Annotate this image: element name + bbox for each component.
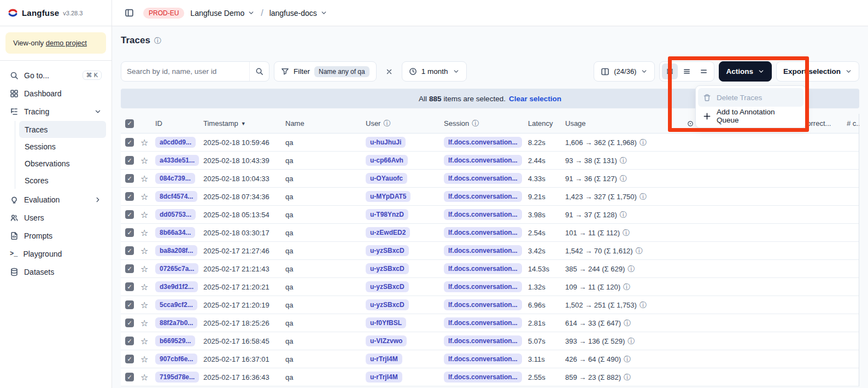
row-checkbox[interactable]: ✓ [125,246,134,255]
session-pill[interactable]: lf.docs.conversation... [444,155,522,166]
column-header-usage[interactable]: Usage [561,119,683,128]
trace-id-pill[interactable]: b669529... [155,335,195,346]
session-pill[interactable]: lf.docs.conversation... [444,191,522,202]
menu-item-add-to-annotation-queue[interactable]: Add to Annotation Queue [698,107,804,125]
column-header-latency[interactable]: Latency [524,119,561,128]
row-checkbox[interactable]: ✓ [125,355,134,363]
table-row[interactable]: ✓ ☆ ba8a208f... 2025-02-17 21:27:46 qa u… [121,242,859,260]
user-pill[interactable]: u-yzSBxcD [366,281,409,292]
row-checkbox[interactable]: ✓ [125,174,134,183]
clear-filter-icon[interactable] [381,63,397,80]
row-checkbox[interactable]: ✓ [125,300,134,309]
user-pill[interactable]: u-OYauofc [366,173,407,184]
user-pill[interactable]: u-yzSBxcD [366,245,409,256]
user-pill[interactable]: u-yzSBxcD [366,263,409,274]
session-pill[interactable]: lf.docs.conversation... [444,173,522,184]
table-row[interactable]: ✓ ☆ dd05753... 2025-02-18 05:13:54 qa u-… [121,206,859,224]
session-pill[interactable]: lf.docs.conversation... [444,354,522,364]
row-checkbox[interactable]: ✓ [125,264,134,273]
trace-id-pill[interactable]: 5cca9cf2... [155,299,197,310]
row-checkbox[interactable]: ✓ [125,373,134,381]
favorite-star-icon[interactable]: ☆ [140,300,148,310]
favorite-star-icon[interactable]: ☆ [140,210,148,220]
trace-id-pill[interactable]: 084c739... [155,173,195,184]
trace-id-pill[interactable]: a433de51... [155,155,199,166]
trace-id-pill[interactable]: dd05753... [155,209,196,220]
select-all-checkbox[interactable]: ✓ [121,119,136,128]
search-icon[interactable] [249,62,269,81]
table-row[interactable]: ✓ ☆ 7195d78e... 2025-02-17 16:36:43 qa u… [121,368,859,386]
trace-id-pill[interactable]: 8dcf4574... [155,191,197,202]
user-pill[interactable]: u-rTrjI4M [366,354,402,364]
columns-button[interactable]: (24/36) [594,61,655,82]
session-pill[interactable]: lf.docs.conversation... [444,227,522,238]
sidebar-item-playground[interactable]: >_ Playground [5,245,106,263]
column-header-user[interactable]: Userⓘ [361,119,439,128]
trace-id-pill[interactable]: ba8a208f... [155,245,197,256]
table-row[interactable]: ✓ ☆ 07265c7a... 2025-02-17 21:21:43 qa u… [121,260,859,278]
sidebar-item-scores[interactable]: Scores [19,172,106,189]
table-row[interactable]: ✓ ☆ 907cbf6e... 2025-02-17 16:37:01 qa u… [121,350,859,368]
session-pill[interactable]: lf.docs.conversation... [444,299,522,310]
row-checkbox[interactable]: ✓ [125,282,134,291]
user-pill[interactable]: u-cp66Avh [366,155,408,166]
menu-item-delete-traces[interactable]: Delete Traces [698,88,804,107]
favorite-star-icon[interactable]: ☆ [140,192,148,202]
trace-id-pill[interactable]: 907cbf6e... [155,354,197,364]
demo-project-link[interactable]: demo project [46,39,87,47]
trace-id-pill[interactable]: d3e9d1f2... [155,281,198,292]
trace-id-pill[interactable]: a0cd0d9... [155,137,196,148]
table-row[interactable]: ✓ ☆ 8b66a34... 2025-02-18 03:30:17 qa u-… [121,224,859,242]
session-pill[interactable]: lf.docs.conversation... [444,245,522,256]
sidebar-item-tracing[interactable]: Tracing [5,102,106,120]
favorite-star-icon[interactable]: ☆ [140,354,148,364]
search-input[interactable] [121,67,249,76]
goto-search[interactable]: Go to... ⌘ K [5,66,106,84]
sidebar-item-evaluation[interactable]: Evaluation [5,190,106,209]
column-header-timestamp[interactable]: Timestamp▼ [199,119,281,128]
table-row[interactable]: ✓ ☆ d3e9d1f2... 2025-02-17 21:20:21 qa u… [121,278,859,296]
sidebar-toggle-icon[interactable] [121,5,137,21]
filter-button[interactable]: Filter Name any of qa [274,61,377,82]
user-pill[interactable]: u-rTrjI4M [366,372,402,383]
trace-id-pill[interactable]: 07265c7a... [155,263,198,274]
row-height-medium-button[interactable] [679,63,695,79]
row-checkbox[interactable]: ✓ [125,210,134,219]
favorite-star-icon[interactable]: ☆ [140,173,148,184]
row-checkbox[interactable]: ✓ [125,192,134,201]
favorite-star-icon[interactable]: ☆ [140,336,148,346]
row-checkbox[interactable]: ✓ [125,156,134,165]
trace-id-pill[interactable]: 7195d78e... [155,372,199,383]
session-pill[interactable]: lf.docs.conversation... [444,317,522,328]
sidebar-item-users[interactable]: Users [5,209,106,227]
user-pill[interactable]: u-huJhuJi [366,137,406,148]
project-selector[interactable]: langfuse-docs [269,9,327,18]
org-selector[interactable]: Langfuse Demo [190,9,255,18]
favorite-star-icon[interactable]: ☆ [140,318,148,328]
table-row[interactable]: ✓ ☆ a0cd0d9... 2025-02-18 10:59:46 qa u-… [121,134,859,152]
table-row[interactable]: ✓ ☆ b669529... 2025-02-17 16:58:45 qa u-… [121,332,859,350]
table-row[interactable]: ✓ ☆ 084c739... 2025-02-18 10:04:33 qa u-… [121,170,859,188]
column-header-score-extra[interactable]: # c... [842,119,859,128]
session-pill[interactable]: lf.docs.conversation... [444,137,522,148]
row-height-small-button[interactable] [662,63,678,79]
user-pill[interactable]: u-VIZzvwo [366,335,407,346]
row-checkbox[interactable]: ✓ [125,138,134,147]
actions-button[interactable]: Actions [719,61,772,82]
sidebar-item-observations[interactable]: Observations [19,155,106,172]
sidebar-item-datasets[interactable]: Datasets [5,263,106,281]
session-pill[interactable]: lf.docs.conversation... [444,372,522,383]
trace-id-pill[interactable]: 8b66a34... [155,227,195,238]
session-pill[interactable]: lf.docs.conversation... [444,263,522,274]
row-height-large-button[interactable] [696,63,712,79]
sidebar-item-traces[interactable]: Traces [19,121,106,138]
table-row[interactable]: ✓ ☆ 88f2a7b0... 2025-02-17 18:25:26 qa u… [121,314,859,332]
favorite-star-icon[interactable]: ☆ [140,155,148,166]
time-range-button[interactable]: 1 month [402,61,467,82]
row-checkbox[interactable]: ✓ [125,337,134,345]
column-header-id[interactable]: ID [151,119,199,128]
trace-id-pill[interactable]: 88f2a7b0... [155,317,197,328]
column-header-name[interactable]: Name [281,119,361,128]
user-pill[interactable]: u-yzSBxcD [366,299,409,310]
sidebar-item-dashboard[interactable]: Dashboard [5,84,106,102]
